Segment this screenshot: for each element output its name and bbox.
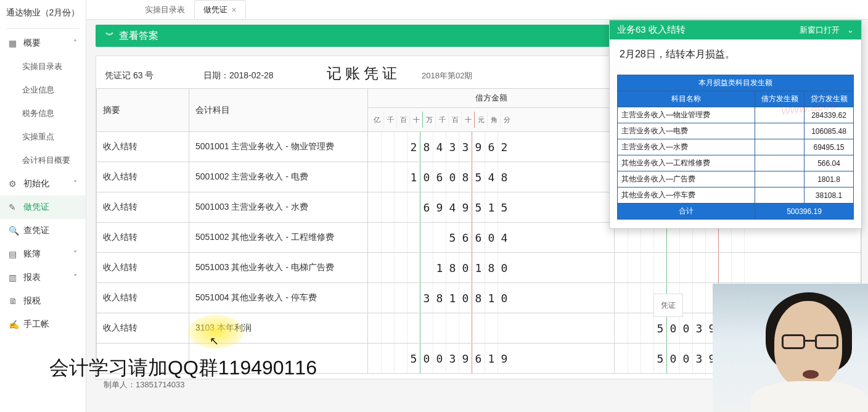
digit-cell [615,313,628,343]
digit-cell [381,344,394,373]
digit-cell: 0 [679,344,692,373]
open-new-window-link[interactable]: 新窗口打开 [800,25,840,35]
digit-cell: 8 [485,253,497,282]
digit-cell [368,132,381,162]
digit-cell: 9 [472,132,485,162]
search-icon: 🔍 [9,226,18,236]
sidebar-item[interactable]: ▥报表˅ [0,266,86,289]
col-summary: 摘要 [97,89,189,132]
sidebar-item[interactable]: 🔍查凭证 [0,219,86,242]
digit-cell [692,253,705,282]
cell-credit[interactable] [615,253,861,283]
digit-cell [666,253,679,282]
fp-cell-debit [755,187,805,204]
digit-cell: 9 [497,344,510,373]
voucher-title: 记账凭证 [327,64,401,83]
cell-account[interactable] [189,344,368,374]
sidebar-item[interactable]: ✍手工帐 [0,313,86,336]
cell-account[interactable]: 5001003 主营业务收入 - 水费 [189,192,368,223]
digit-cell [420,223,433,252]
cell-account[interactable]: 3103 本年利润 [189,313,368,344]
digit-cell [628,283,641,313]
digit-cell: 0 [679,313,692,343]
voucher-row[interactable]: 收入结转 5051003 其他业务收入 - 电梯广告费 180180 [97,253,861,283]
cell-account[interactable]: 5001002 主营业务收入 - 电费 [189,162,368,192]
sidebar-item[interactable]: ▦概要˄ [0,31,86,55]
cell-account[interactable]: 5051003 其他业务收入 - 电梯广告费 [189,253,368,283]
webcam-overlay [713,284,868,412]
digit-cell [628,344,641,373]
digit-cell: 5 [472,162,485,192]
chevron-icon: ˅ [73,273,77,282]
digit-cell [381,313,394,343]
sidebar-item[interactable]: ⚙初始化˅ [0,172,86,196]
digit-cell [394,162,407,192]
col-debit: 借方金额 [368,89,615,108]
digit-cell [381,162,394,192]
digit-cell: 2 [497,132,510,162]
fp-cell-credit: 106085.48 [805,123,854,139]
sidebar-sub-item[interactable]: 实操目录表 [0,55,86,78]
unit-cell: 百 [396,112,409,128]
digit-cell: 0 [433,344,446,373]
chevron-icon: ˅ [73,250,77,258]
digit-cell: 9 [459,344,472,373]
digit-cell: 5 [407,344,420,373]
fp-cell-name: 主营业务收入—电费 [618,123,755,139]
cell-summary[interactable]: 收入结转 [97,192,189,223]
digit-cell: 6 [472,223,485,252]
report-icon: ▥ [9,273,18,282]
chevron-icon: ˄ [73,39,77,47]
cell-summary[interactable]: 收入结转 [97,223,189,253]
cell-debit[interactable] [368,313,615,344]
sidebar-item[interactable]: ✎做凭证 [0,196,86,219]
cell-summary[interactable]: 收入结转 [97,162,189,192]
cell-summary[interactable]: 收入结转 [97,253,189,283]
sidebar-item[interactable]: 🗎报税 [0,289,86,313]
cell-debit[interactable]: 3810810 [368,283,615,313]
cell-summary[interactable] [97,344,189,374]
cell-summary[interactable]: 收入结转 [97,313,189,344]
chevron-icon: ˅ [73,179,77,188]
digit-cell: 4 [485,162,497,192]
sidebar-sub-item[interactable]: 企业信息 [0,78,86,102]
digit-cell [368,313,381,343]
cell-debit[interactable]: 6949515 [368,192,615,223]
digit-cell [615,283,628,313]
tab[interactable]: 做凭证✕ [194,0,246,19]
sidebar-sub-item[interactable]: 实操重点 [0,125,86,149]
sidebar-sub-item[interactable]: 税务信息 [0,102,86,125]
sidebar-sub-item[interactable]: 会计科目概要 [0,149,86,172]
digit-cell [615,253,628,282]
digit-cell [394,132,407,162]
digit-cell: 3 [692,313,705,343]
fp-cell-name: 其他业务收入—工程维修费 [618,155,755,171]
cell-debit[interactable]: 28433962 [368,132,615,162]
cell-debit[interactable]: 50039619 [368,344,615,374]
cell-summary[interactable]: 收入结转 [97,132,189,162]
digit-cell [731,253,744,282]
cell-account[interactable]: 5051002 其他业务收入 - 工程维修费 [189,223,368,253]
cell-summary[interactable]: 收入结转 [97,283,189,313]
close-icon[interactable]: ✕ [231,6,237,14]
digit-cell [744,253,757,282]
tab[interactable]: 实操目录表 [136,0,194,19]
digit-cell [407,192,420,222]
cell-account[interactable]: 5051004 其他业务收入 - 停车费 [189,283,368,313]
digit-cell: 3 [446,132,459,162]
digit-cell [394,192,407,222]
sidebar-item[interactable]: ▤账簿˅ [0,242,86,266]
digit-cell [641,253,653,282]
chevron-down-icon[interactable]: ⌄ [847,25,854,35]
digit-cell: 5 [653,344,666,373]
side-card[interactable]: 凭证 [653,294,683,317]
cell-debit[interactable]: 10608548 [368,162,615,192]
digit-cell: 6 [472,344,485,373]
voucher-date: 日期：2018-02-28 [203,70,314,81]
digit-cell [368,253,381,282]
cell-account[interactable]: 5001001 主营业务收入 - 物业管理费 [189,132,368,162]
cell-debit[interactable]: 56604 [368,223,615,253]
cell-debit[interactable]: 180180 [368,253,615,283]
digit-cell: 8 [420,132,433,162]
digit-cell [407,313,420,343]
